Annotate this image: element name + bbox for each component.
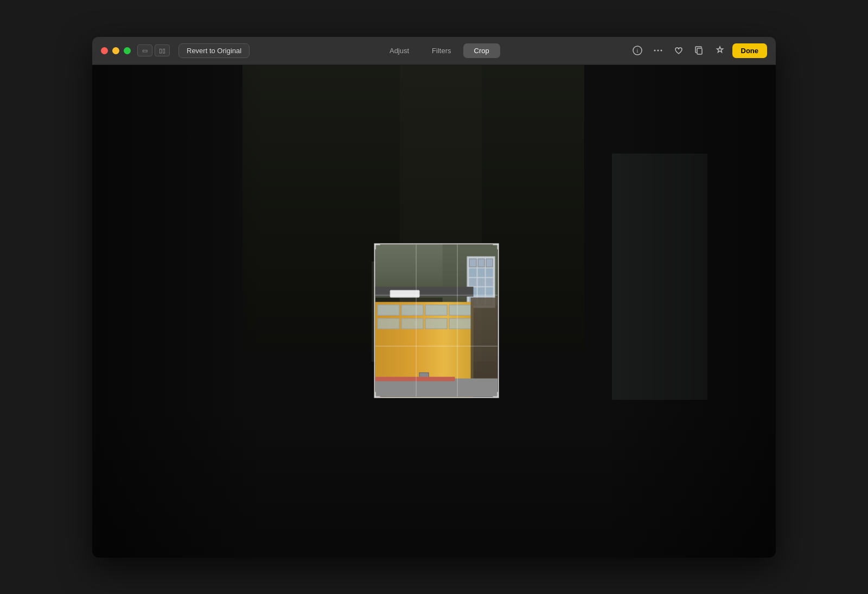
- svg-point-3: [657, 50, 659, 52]
- more-options-button[interactable]: [650, 42, 666, 59]
- photo-canvas: [92, 65, 776, 558]
- app-window: ▭ ▯▯ Revert to Original Adjust Filters C…: [92, 37, 776, 558]
- tab-filters[interactable]: Filters: [421, 43, 462, 58]
- svg-text:i: i: [636, 48, 638, 54]
- dim-right: [496, 261, 776, 362]
- tab-adjust[interactable]: Adjust: [379, 43, 420, 58]
- maximize-button[interactable]: [124, 47, 131, 54]
- close-button[interactable]: [101, 47, 108, 54]
- done-button[interactable]: Done: [732, 43, 768, 58]
- revert-to-original-button[interactable]: Revert to Original: [178, 43, 250, 58]
- crop-handle-top-right[interactable]: [493, 244, 499, 249]
- split-view-button[interactable]: ▯▯: [155, 44, 170, 56]
- crop-handle-top-left[interactable]: [375, 244, 380, 249]
- photo-bus: [390, 290, 420, 297]
- traffic-lights: [101, 47, 131, 54]
- edit-tabs: Adjust Filters Crop: [250, 43, 629, 58]
- crop-handle-bottom-right[interactable]: [493, 392, 499, 397]
- copy-button[interactable]: [691, 42, 707, 59]
- crop-handle-bottom-left[interactable]: [375, 392, 380, 397]
- svg-point-4: [660, 50, 662, 52]
- info-button[interactable]: i: [629, 42, 646, 59]
- titlebar: ▭ ▯▯ Revert to Original Adjust Filters C…: [92, 37, 776, 65]
- window-controls: ▭ ▯▯: [137, 44, 170, 56]
- enhance-button[interactable]: [712, 42, 728, 59]
- svg-point-2: [654, 50, 655, 52]
- svg-rect-5: [697, 48, 702, 54]
- photo-entrance-strip: [375, 377, 455, 381]
- tab-crop[interactable]: Crop: [463, 43, 500, 58]
- tab-group: Adjust Filters Crop: [379, 43, 500, 58]
- crop-frame[interactable]: [374, 243, 499, 398]
- minimize-button[interactable]: [112, 47, 119, 54]
- dim-top: [92, 65, 776, 261]
- single-view-button[interactable]: ▭: [137, 44, 152, 56]
- crop-photo-content: [375, 244, 498, 397]
- dim-left: [92, 261, 372, 362]
- favorite-button[interactable]: [671, 42, 687, 59]
- crop-image-area: [374, 243, 499, 398]
- titlebar-right-actions: i: [629, 42, 768, 59]
